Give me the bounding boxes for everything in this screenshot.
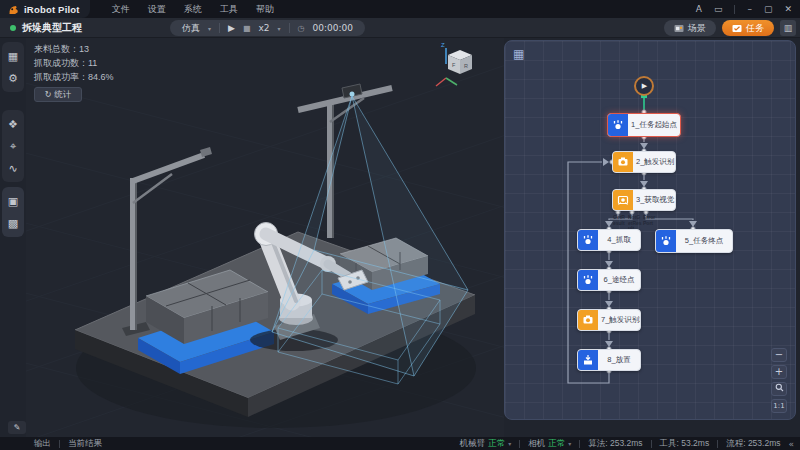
stop-button[interactable]: ■: [243, 24, 251, 33]
gripper-node-icon: [608, 114, 628, 136]
chevron-down-icon[interactable]: ▾: [508, 440, 511, 447]
flow-node-grab[interactable]: 4_抓取: [577, 229, 641, 251]
toolbar: 拆垛典型工程 仿真 ▾ ▶ ■ x2 ▾ ◷ 00:00:00 场景: [0, 18, 800, 38]
output-tab[interactable]: 输出: [34, 438, 51, 450]
menu-bar: 文件 设置 系统 工具 帮助: [112, 3, 274, 16]
panel-toggle-button[interactable]: ▥: [780, 20, 796, 36]
stat-success-count: 抓取成功数：11: [34, 56, 114, 70]
scene-settings-icon[interactable]: ⚙: [4, 67, 22, 89]
project-name: 拆垛典型工程: [22, 21, 82, 35]
statusbar-right: 机械臂 正常 ▾ 相机 正常 ▾ 算法: 253.2ms 工具: 53.2ms …: [460, 438, 800, 450]
app-window: iRobot Pilot 文件 设置 系统 工具 帮助 A ▭ – ▢ ✕ 拆垛…: [0, 0, 800, 450]
menu-settings[interactable]: 设置: [148, 3, 166, 16]
flow-node-task-start[interactable]: 1_任务起始点: [607, 113, 681, 137]
gizmo-right-label: R: [464, 63, 468, 69]
panel-icon: ▥: [784, 23, 793, 33]
rail-group-scene: ▦ ⚙: [2, 42, 24, 92]
node-label: 5_任务终点: [676, 230, 732, 252]
maximize-button[interactable]: ▢: [764, 4, 773, 14]
edit-log-icon: ✎: [14, 423, 21, 432]
search-button[interactable]: [771, 382, 787, 396]
robot-arm-status[interactable]: 机械臂 正常 ▾: [460, 438, 512, 450]
refresh-icon: ↻: [45, 90, 52, 99]
calibration-icon[interactable]: ∿: [4, 157, 22, 179]
gripper-node-icon: [656, 230, 676, 252]
flow-edges: [505, 41, 796, 420]
divider: [734, 5, 735, 14]
components-icon[interactable]: ❖: [4, 113, 22, 135]
chevron-down-icon[interactable]: ▾: [208, 25, 211, 32]
feedback-window-icon[interactable]: ▭: [714, 4, 723, 14]
status-badge: 正常: [488, 438, 505, 450]
close-button[interactable]: ✕: [784, 4, 792, 14]
statusbar-left: 输出 当前结果: [0, 438, 102, 450]
camera-node-icon: [613, 152, 633, 172]
model-library-icon[interactable]: ▦: [4, 45, 22, 67]
title-bar: iRobot Pilot 文件 设置 系统 工具 帮助 A ▭ – ▢ ✕: [0, 0, 800, 18]
node-label: 4_抓取: [598, 230, 640, 250]
copy-icon[interactable]: ▣: [4, 190, 22, 212]
app-title: iRobot Pilot: [24, 4, 80, 15]
node-label: 3_获取视觉: [633, 190, 676, 210]
zoom-out-button[interactable]: −: [771, 348, 787, 362]
flow-node-waypoint[interactable]: 6_途经点: [577, 269, 641, 291]
left-tool-rail: ▦ ⚙ ❖ ⌖ ∿ ▣ ▩: [0, 38, 26, 437]
tab-scene-label: 场景: [688, 22, 706, 35]
collapse-icon[interactable]: «: [788, 439, 794, 449]
place-node-icon: [578, 350, 598, 370]
stat-success-rate: 抓取成功率：84.6%: [34, 70, 114, 84]
menu-help[interactable]: 帮助: [256, 3, 274, 16]
paste-icon[interactable]: ▩: [4, 212, 22, 234]
status-badge: 正常: [548, 438, 565, 450]
metric-tool: 工具: 53.2ms: [660, 438, 710, 450]
speed-dropdown[interactable]: x2: [259, 23, 270, 33]
project-status-dot: [10, 25, 16, 31]
minimize-button[interactable]: –: [747, 4, 752, 14]
metric-algorithm: 算法: 253.2ms: [588, 438, 642, 450]
flow-node-place[interactable]: 8_放置: [577, 349, 641, 371]
rail-group-robot: ❖ ⌖ ∿: [2, 110, 24, 182]
flow-zoom-controls: − + 1:1: [771, 348, 787, 413]
device-name: 相机: [528, 438, 545, 450]
play-button[interactable]: ▶: [228, 23, 235, 33]
tab-task[interactable]: 任务: [722, 20, 774, 36]
user-icon[interactable]: A: [696, 4, 702, 14]
divider: [289, 23, 290, 33]
node-label: 2_触发识别: [633, 152, 676, 172]
flow-node-get-vision[interactable]: 3_获取视觉: [612, 189, 676, 211]
chevron-down-icon[interactable]: ▾: [568, 440, 571, 447]
robot-arm-icon[interactable]: ⌖: [4, 135, 22, 157]
scene-icon: [674, 24, 684, 33]
menu-tools[interactable]: 工具: [220, 3, 238, 16]
stat-total: 来料总数：13: [34, 42, 114, 56]
viewport-3d[interactable]: Z F R 来料总数：13 抓取成功数：11 抓取成功率：84.6% ↻ 统计: [26, 38, 504, 437]
menu-system[interactable]: 系统: [184, 3, 202, 16]
flow-node-trigger-recognition-2[interactable]: 7_触发识别2: [577, 309, 641, 331]
tab-scene[interactable]: 场景: [664, 20, 716, 36]
port-label-error-port: ErrorPort: [643, 215, 657, 226]
camera-status[interactable]: 相机 正常 ▾: [528, 438, 571, 450]
chevron-down-icon[interactable]: ▾: [278, 25, 281, 32]
stats-button-label: 统计: [54, 89, 71, 101]
stats-button[interactable]: ↻ 统计: [34, 87, 82, 102]
menu-file[interactable]: 文件: [112, 3, 130, 16]
device-name: 机械臂: [460, 438, 486, 450]
flow-start-node[interactable]: ▶: [634, 76, 654, 96]
zoom-in-button[interactable]: +: [771, 365, 787, 379]
current-result-tab[interactable]: 当前结果: [68, 438, 102, 450]
tab-task-label: 任务: [746, 22, 764, 35]
zoom-reset-button[interactable]: 1:1: [771, 399, 787, 413]
sim-mode-dropdown[interactable]: 仿真: [182, 22, 200, 35]
divider: [59, 440, 60, 448]
simulation-timer: 00:00:00: [313, 23, 353, 33]
app-logo-icon: [8, 4, 19, 15]
output-log-button[interactable]: ✎: [8, 421, 26, 434]
node-label: 6_途经点: [598, 270, 640, 290]
nav-cube-gizmo[interactable]: Z F R: [436, 42, 472, 86]
magnifier-icon: [775, 383, 784, 392]
play-icon: ▶: [642, 82, 647, 90]
flow-node-task-end[interactable]: 5_任务终点: [655, 229, 733, 253]
flow-node-trigger-recognition[interactable]: 2_触发识别: [612, 151, 676, 173]
simulation-controls: 仿真 ▾ ▶ ■ x2 ▾ ◷ 00:00:00: [170, 20, 365, 36]
task-flow-panel[interactable]: ▦: [504, 40, 796, 420]
